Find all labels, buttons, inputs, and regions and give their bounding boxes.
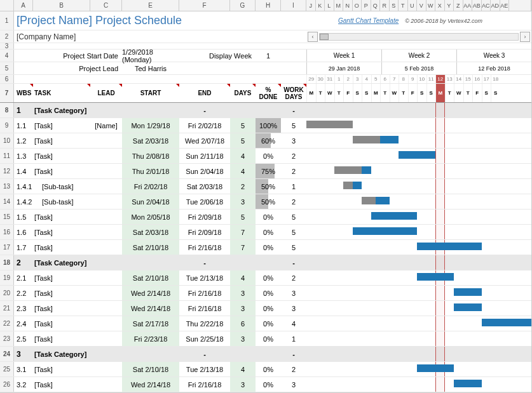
col-AE[interactable]: AE <box>500 0 510 11</box>
cell-pct[interactable]: 0% <box>256 149 281 163</box>
cell-pct[interactable]: 60% <box>256 133 281 148</box>
cell-wbs[interactable]: 2.3 <box>14 301 33 316</box>
scroll-track[interactable] <box>319 33 519 41</box>
cell-wbs[interactable]: 1.4.1 <box>14 179 33 194</box>
cell-pct[interactable]: 0% <box>256 377 281 392</box>
cell-days[interactable]: 2 <box>230 179 256 194</box>
cell-task[interactable]: [Task Category] <box>33 255 90 270</box>
cell-work[interactable]: 5 <box>281 240 306 255</box>
cell-work[interactable]: - <box>281 255 306 270</box>
scroll-thumb[interactable] <box>320 34 329 40</box>
cell-lead[interactable] <box>90 179 122 194</box>
cell-lead[interactable] <box>90 301 122 316</box>
cell-end[interactable]: Fri 2/16/18 <box>179 286 230 300</box>
cell-days[interactable]: 3 <box>230 194 256 209</box>
cell-wbs[interactable]: 1.4 <box>14 164 33 178</box>
row-header[interactable]: 17 <box>0 240 14 255</box>
cell-days[interactable]: 4 <box>230 149 256 163</box>
cell-wbs[interactable]: 3.2 <box>14 377 33 392</box>
col-K[interactable]: K <box>316 0 325 11</box>
task-row[interactable]: 131.4.1[Sub-task]Fri 2/02/18Sat 2/03/182… <box>0 179 531 194</box>
task-row[interactable]: 202.2[Task]Wed 2/14/18Fri 2/16/1830%3 <box>0 286 531 301</box>
cell-end[interactable]: Sun 2/11/18 <box>179 149 230 163</box>
cell-wbs[interactable]: 2.5 <box>14 331 33 346</box>
cell-end[interactable]: - <box>179 255 230 270</box>
cell-end[interactable]: - <box>179 103 230 117</box>
col-E[interactable]: E <box>122 0 179 11</box>
cell-pct[interactable]: 100% <box>256 118 281 133</box>
cell-pct[interactable] <box>256 103 281 117</box>
cell-days[interactable]: 5 <box>230 133 256 148</box>
cell-task[interactable]: [Task] <box>33 225 90 239</box>
cell-work[interactable]: - <box>281 347 306 361</box>
lead-value[interactable]: Ted Harris <box>135 65 167 72</box>
cell-work[interactable]: 5 <box>281 225 306 239</box>
cell-wbs[interactable]: 1.1 <box>14 118 33 133</box>
gantt-bar[interactable] <box>353 227 418 235</box>
cell-start[interactable] <box>122 347 179 361</box>
cell-pct[interactable] <box>256 347 281 361</box>
cell-work[interactable]: 3 <box>281 286 306 300</box>
cell-pct[interactable]: 0% <box>256 270 281 285</box>
task-row[interactable]: 91.1[Task][Name]Mon 1/29/18Fri 2/02/1851… <box>0 118 531 133</box>
cell-days[interactable]: 6 <box>230 316 256 331</box>
task-row[interactable]: 111.3[Task]Thu 2/08/18Sun 2/11/1840%2 <box>0 149 531 164</box>
cell-task[interactable]: [Task] <box>33 210 90 224</box>
cell-days[interactable]: 3 <box>230 301 256 316</box>
col-C[interactable]: C <box>90 0 122 11</box>
cell-start[interactable]: Fri 2/23/18 <box>122 331 179 346</box>
cell-days[interactable]: 3 <box>230 377 256 392</box>
cell-pct[interactable]: 0% <box>256 210 281 224</box>
cell-pct[interactable]: 0% <box>256 240 281 255</box>
col-M[interactable]: M <box>334 0 344 11</box>
template-link[interactable]: Gantt Chart Template <box>338 17 399 24</box>
col-H[interactable]: H <box>256 0 281 11</box>
cell-end[interactable]: Fri 2/16/18 <box>179 240 230 255</box>
cell-start[interactable]: Wed 2/14/18 <box>122 301 179 316</box>
cell-wbs[interactable]: 2.1 <box>14 270 33 285</box>
cell-start[interactable]: Mon 1/29/18 <box>122 118 179 133</box>
cell-task[interactable]: [Task] <box>33 286 90 300</box>
cell-days[interactable] <box>230 103 256 117</box>
task-row[interactable]: 151.5[Task]Mon 2/05/18Fri 2/09/1850%5 <box>0 210 531 225</box>
row-header[interactable]: 1 <box>0 11 14 30</box>
category-row[interactable]: 182[Task Category]-- <box>0 255 531 270</box>
cell-lead[interactable] <box>90 210 122 224</box>
cell-task[interactable]: [Task] <box>33 316 90 331</box>
row-header[interactable]: 15 <box>0 210 14 224</box>
cell-wbs[interactable]: 3.1 <box>14 362 33 376</box>
hdr-wbs[interactable]: WBS <box>17 90 31 97</box>
cell-lead[interactable] <box>90 362 122 376</box>
cell-end[interactable]: Tue 2/06/18 <box>179 194 230 209</box>
cell-wbs[interactable]: 3 <box>14 347 33 361</box>
cell-lead[interactable] <box>90 270 122 285</box>
cell-task[interactable]: [Sub-task] <box>33 194 90 209</box>
cell-task[interactable]: [Task] <box>33 301 90 316</box>
cell-task[interactable]: [Task] <box>33 377 90 392</box>
col-R[interactable]: R <box>380 0 390 11</box>
col-W[interactable]: W <box>426 0 436 11</box>
cell-work[interactable]: - <box>281 103 306 117</box>
gantt-bar[interactable] <box>417 243 482 250</box>
cell-pct[interactable]: 0% <box>256 362 281 376</box>
cell-work[interactable]: 4 <box>281 316 306 331</box>
cell-lead[interactable] <box>90 377 122 392</box>
hdr-start[interactable]: START <box>140 90 161 97</box>
row-header[interactable]: 9 <box>0 118 14 133</box>
col-J[interactable]: J <box>306 0 316 11</box>
start-date-value[interactable]: 1/29/2018 (Monday) <box>122 48 179 63</box>
cell-pct[interactable]: 0% <box>256 331 281 346</box>
cell-lead[interactable] <box>90 225 122 239</box>
gantt-bar[interactable] <box>362 197 390 204</box>
gantt-bar[interactable] <box>353 136 399 143</box>
col-L[interactable]: L <box>325 0 334 11</box>
cell-lead[interactable] <box>90 164 122 178</box>
task-row[interactable]: 141.4.2[Sub-task]Sun 2/04/18Tue 2/06/183… <box>0 194 531 210</box>
cell-start[interactable]: Sat 2/17/18 <box>122 316 179 331</box>
row-header[interactable]: 8 <box>0 103 14 117</box>
col-O[interactable]: O <box>353 0 362 11</box>
cell-work[interactable]: 1 <box>281 331 306 346</box>
cell-work[interactable]: 2 <box>281 149 306 163</box>
row-header[interactable]: 26 <box>0 377 14 392</box>
gantt-bar[interactable] <box>399 151 435 159</box>
